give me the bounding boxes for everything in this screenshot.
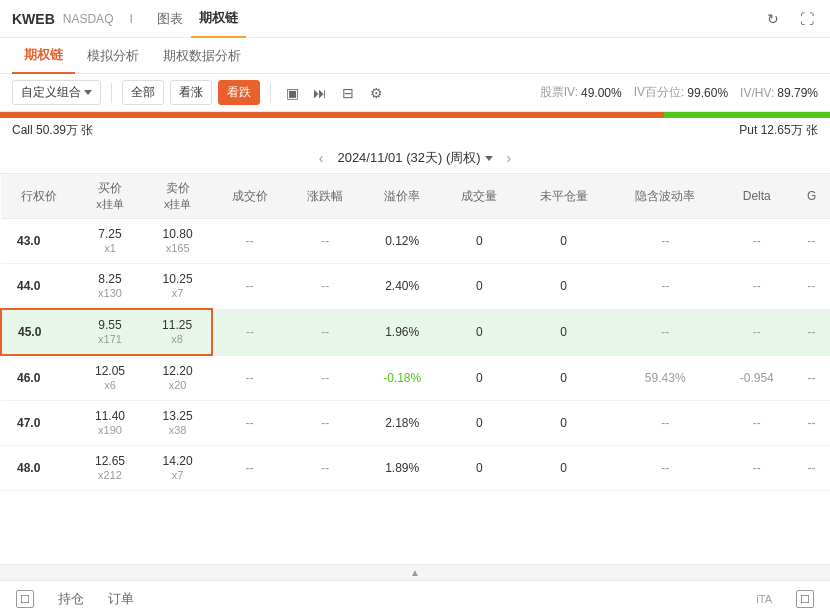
iv-percentile-value: 99.60%	[687, 86, 728, 100]
col-delta: Delta	[720, 174, 793, 219]
table-row[interactable]: 47.0 11.40x190 13.25x38 -- -- 2.18% 0 0 …	[1, 401, 830, 446]
skip-next-icon[interactable]: ⏭	[309, 82, 331, 104]
date-dropdown[interactable]: 2024/11/01 (32天) (周权)	[337, 149, 492, 167]
premium-rate: 1.89%	[363, 446, 442, 491]
strike-price: 43.0	[1, 219, 77, 264]
combo-dropdown-icon	[84, 90, 92, 95]
table-body: 43.0 7.25x1 10.80x165 -- -- 0.12% 0 0 --…	[1, 219, 830, 491]
iv-hv-label: IV/HV:	[740, 86, 774, 100]
iv-hv-value: 89.79%	[777, 86, 818, 100]
gamma-value: --	[793, 446, 830, 491]
refresh-icon[interactable]: ↻	[762, 8, 784, 30]
strike-price: 45.0	[1, 309, 77, 355]
implied-vol: 59.43%	[610, 355, 720, 401]
premium-rate: 2.40%	[363, 264, 442, 310]
exchange-label: NASDAQ	[63, 12, 114, 26]
bid-price[interactable]: 7.25x1	[77, 219, 144, 264]
tab-orders[interactable]: 订单	[108, 590, 134, 608]
change: --	[287, 401, 363, 446]
options-table: 行权价 买价x挂单 卖价x挂单 成交价 涨跌幅 溢价率 成交量 未平仓量 隐含波…	[0, 174, 830, 491]
open-interest: 0	[517, 401, 610, 446]
volume: 0	[441, 264, 517, 310]
bottom-bar: □ 持仓 订单 iTA □	[0, 580, 830, 616]
bid-price[interactable]: 9.55x171	[77, 309, 144, 355]
gamma-value: --	[793, 219, 830, 264]
table-row[interactable]: 43.0 7.25x1 10.80x165 -- -- 0.12% 0 0 --…	[1, 219, 830, 264]
tab-sim-analysis[interactable]: 模拟分析	[75, 38, 151, 74]
custom-combo-button[interactable]: 自定义组合	[12, 80, 101, 105]
volume: 0	[441, 219, 517, 264]
tab-chart[interactable]: 图表	[149, 0, 191, 38]
open-interest: 0	[517, 446, 610, 491]
open-interest: 0	[517, 264, 610, 310]
ask-price[interactable]: 12.20x20	[143, 355, 211, 401]
strike-price: 46.0	[1, 355, 77, 401]
delta-value: --	[720, 309, 793, 355]
scroll-up-indicator[interactable]: ▲	[0, 564, 830, 580]
table-row[interactable]: 48.0 12.65x212 14.20x7 -- -- 1.89% 0 0 -…	[1, 446, 830, 491]
tab-positions[interactable]: 持仓	[58, 590, 84, 608]
fullscreen-icon[interactable]: ⛶	[796, 8, 818, 30]
open-interest: 0	[517, 355, 610, 401]
volume: 0	[441, 355, 517, 401]
bottom-square-icon[interactable]: □	[796, 590, 814, 608]
second-nav: 期权链 模拟分析 期权数据分析	[0, 38, 830, 74]
date-dropdown-icon	[485, 156, 493, 161]
col-premium: 溢价率	[363, 174, 442, 219]
top-nav-actions: ↻ ⛶	[762, 8, 818, 30]
open-interest: 0	[517, 309, 610, 355]
col-volume: 成交量	[441, 174, 517, 219]
date-selector: ‹ 2024/11/01 (32天) (周权) ›	[0, 143, 830, 174]
last-price: --	[212, 446, 288, 491]
toolbar-separator-2	[270, 83, 271, 103]
date-next-arrow[interactable]: ›	[501, 150, 518, 166]
ask-price[interactable]: 14.20x7	[143, 446, 211, 491]
bid-price[interactable]: 11.40x190	[77, 401, 144, 446]
tab-options-chain-main[interactable]: 期权链	[12, 38, 75, 74]
save-icon[interactable]: ▣	[281, 82, 303, 104]
filter-icon[interactable]: ⊟	[337, 82, 359, 104]
table-row[interactable]: 44.0 8.25x130 10.25x7 -- -- 2.40% 0 0 --…	[1, 264, 830, 310]
col-last: 成交价	[212, 174, 288, 219]
col-g: G	[793, 174, 830, 219]
table-container: 行权价 买价x挂单 卖价x挂单 成交价 涨跌幅 溢价率 成交量 未平仓量 隐含波…	[0, 174, 830, 564]
implied-vol: --	[610, 309, 720, 355]
tab-options-chain[interactable]: 期权链	[191, 0, 246, 38]
app-container: KWEB NASDAQ I 图表 期权链 ↻ ⛶ 期权链 模拟分析 期权数据分析…	[0, 0, 830, 616]
ask-price[interactable]: 13.25x38	[143, 401, 211, 446]
bid-price[interactable]: 12.05x6	[77, 355, 144, 401]
ask-price[interactable]: 11.25x8	[143, 309, 211, 355]
col-iv: 隐含波动率	[610, 174, 720, 219]
delta-value: --	[720, 446, 793, 491]
square-icon[interactable]: □	[16, 590, 34, 608]
volume: 0	[441, 401, 517, 446]
stock-iv-info: 股票IV: 49.00%	[540, 84, 622, 101]
bid-price[interactable]: 12.65x212	[77, 446, 144, 491]
tab-options-data[interactable]: 期权数据分析	[151, 38, 253, 74]
stock-iv-label: 股票IV:	[540, 84, 578, 101]
ask-price[interactable]: 10.80x165	[143, 219, 211, 264]
strike-price: 44.0	[1, 264, 77, 310]
settings-icon[interactable]: ⚙	[365, 82, 387, 104]
volume: 0	[441, 446, 517, 491]
filter-put-button[interactable]: 看跌	[218, 80, 260, 105]
last-price: --	[212, 219, 288, 264]
last-price: --	[212, 264, 288, 310]
ask-price[interactable]: 10.25x7	[143, 264, 211, 310]
col-ask: 卖价x挂单	[143, 174, 211, 219]
last-price: --	[212, 401, 288, 446]
iv-percentile-label: IV百分位:	[634, 84, 685, 101]
filter-call-button[interactable]: 看涨	[170, 80, 212, 105]
stock-iv-value: 49.00%	[581, 86, 622, 100]
table-row[interactable]: 45.0 9.55x171 11.25x8 -- -- 1.96% 0 0 --…	[1, 309, 830, 355]
date-prev-arrow[interactable]: ‹	[313, 150, 330, 166]
iv-percentile-info: IV百分位: 99.60%	[634, 84, 728, 101]
col-oi: 未平仓量	[517, 174, 610, 219]
premium-rate: 2.18%	[363, 401, 442, 446]
table-header: 行权价 买价x挂单 卖价x挂单 成交价 涨跌幅 溢价率 成交量 未平仓量 隐含波…	[1, 174, 830, 219]
bid-price[interactable]: 8.25x130	[77, 264, 144, 310]
table-row[interactable]: 46.0 12.05x6 12.20x20 -- -- -0.18% 0 0 5…	[1, 355, 830, 401]
gamma-value: --	[793, 264, 830, 310]
date-paren: ) (	[438, 150, 450, 165]
filter-all-button[interactable]: 全部	[122, 80, 164, 105]
